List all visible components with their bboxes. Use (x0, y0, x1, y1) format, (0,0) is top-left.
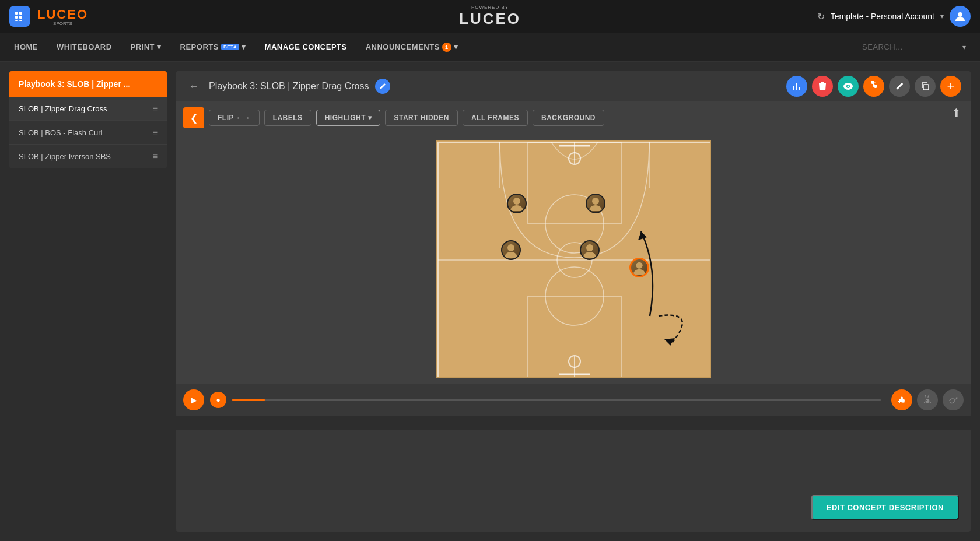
main-content: Playbook 3: SLOB | Zipper ... SLOB | Zip… (0, 62, 980, 541)
center-logo: POWERED BY LUCEO (459, 5, 521, 28)
anim-toolbar: ❮ FLIP ←→ LABELS HIGHLIGHT ▾ START HIDDE… (176, 101, 971, 134)
court-lines (437, 141, 711, 378)
slow-speed-button[interactable] (891, 389, 912, 410)
title-actions: + (786, 76, 961, 97)
svg-rect-4 (15, 20, 18, 21)
right-panel: ← Playbook 3: SLOB | Zipper Drag Cross (176, 71, 971, 532)
svg-point-33 (508, 244, 514, 251)
playbook-title: Playbook 3: SLOB | Zipper Drag Cross (209, 81, 369, 92)
medium-speed-button[interactable] (917, 389, 938, 410)
step-button[interactable]: ● (210, 392, 226, 408)
announcements-arrow: ▾ (454, 43, 459, 51)
nav-whiteboard[interactable]: WHITEBOARD (57, 40, 112, 54)
avatar-button[interactable] (950, 6, 971, 27)
background-button[interactable]: BACKGROUND (533, 110, 604, 126)
concept-list: SLOB | Zipper Drag Cross ≡ SLOB | BOS - … (9, 97, 167, 168)
concept-item-0[interactable]: SLOB | Zipper Drag Cross ≡ (9, 97, 167, 121)
template-label: Template - Personal Account (831, 12, 935, 21)
top-right-area: ↻ Template - Personal Account ▾ (817, 6, 971, 27)
edit-title-button[interactable] (375, 79, 390, 94)
reports-arrow: ▾ (242, 43, 246, 51)
svg-point-6 (958, 12, 963, 17)
concept-menu-icon-1[interactable]: ≡ (153, 128, 158, 137)
svg-line-46 (929, 402, 931, 403)
svg-line-41 (903, 402, 904, 403)
svg-rect-2 (15, 16, 18, 19)
stats-button[interactable] (786, 76, 807, 97)
svg-rect-13 (923, 85, 929, 90)
svg-rect-9 (799, 87, 800, 90)
svg-point-35 (636, 262, 642, 269)
edit-button[interactable] (889, 76, 910, 97)
edit-concept-description-button[interactable]: EDIT CONCEPT DESCRIPTION (811, 495, 959, 520)
svg-rect-5 (19, 20, 22, 21)
search-input[interactable] (858, 40, 963, 54)
fast-speed-button[interactable] (943, 389, 964, 410)
bottom-actions: EDIT CONCEPT DESCRIPTION (176, 416, 971, 430)
nav-print[interactable]: PRINT ▾ (131, 40, 162, 54)
flip-button[interactable]: FLIP ←→ (209, 110, 260, 126)
collapse-button[interactable]: ❮ (183, 107, 204, 128)
delete-button[interactable] (812, 76, 833, 97)
player-1 (507, 194, 527, 213)
labels-button[interactable]: LABELS (264, 110, 312, 126)
nav-bar: HOME WHITEBOARD PRINT ▾ REPORTS BETA ▾ M… (0, 33, 980, 62)
announcements-badge: 1 (442, 43, 452, 52)
title-bar: ← Playbook 3: SLOB | Zipper Drag Cross (176, 71, 971, 101)
nav-manage-concepts[interactable]: MANAGE CONCEPTS (265, 40, 347, 54)
top-bar: LUCEO — SPORTS — POWERED BY LUCEO ↻ Temp… (0, 0, 980, 33)
concept-menu-icon-0[interactable]: ≡ (153, 104, 158, 113)
left-panel: Playbook 3: SLOB | Zipper ... SLOB | Zip… (9, 71, 167, 532)
svg-marker-29 (638, 231, 647, 240)
svg-rect-3 (19, 16, 22, 19)
player-4 (580, 240, 600, 260)
upload-icon[interactable]: ⬆ (951, 106, 961, 120)
court-container (176, 134, 971, 384)
court-section: ⬆ ❮ FLIP ←→ LABELS HIGHLIGHT ▾ START HID… (176, 101, 971, 416)
svg-line-40 (904, 401, 905, 403)
search-area: ▾ (858, 40, 966, 54)
template-dropdown-chevron[interactable]: ▾ (940, 12, 944, 20)
concept-menu-icon-2[interactable]: ≡ (153, 152, 158, 161)
svg-point-12 (848, 86, 849, 87)
progress-bar[interactable] (232, 399, 881, 401)
svg-point-34 (586, 244, 593, 251)
svg-line-39 (900, 402, 900, 403)
nav-home[interactable]: HOME (14, 40, 38, 54)
svg-line-45 (924, 402, 926, 403)
nav-announcements[interactable]: ANNOUNCEMENTS 1 ▾ (366, 40, 459, 54)
player-3 (501, 240, 521, 260)
add-button[interactable]: + (940, 76, 961, 97)
playbook-header: Playbook 3: SLOB | Zipper ... (9, 71, 167, 97)
logo: LUCEO — SPORTS — (37, 7, 88, 26)
highlight-chevron: ▾ (368, 114, 372, 122)
player-5-with-ball (629, 258, 649, 277)
copy-button[interactable] (915, 76, 936, 97)
player-2 (586, 194, 606, 213)
svg-point-47 (956, 397, 958, 399)
back-button[interactable]: ← (186, 78, 202, 94)
anim-controls: ▶ ● (176, 384, 971, 416)
grid-icon[interactable] (9, 6, 30, 27)
share-button[interactable] (863, 76, 884, 97)
svg-rect-7 (793, 86, 794, 90)
highlight-button[interactable]: HIGHLIGHT ▾ (316, 110, 381, 126)
svg-point-43 (926, 399, 930, 403)
nav-reports[interactable]: REPORTS BETA ▾ (180, 40, 246, 54)
svg-point-44 (926, 400, 928, 401)
all-frames-button[interactable]: ALL FRAMES (463, 110, 528, 126)
refresh-icon[interactable]: ↻ (817, 11, 825, 22)
concept-item-1[interactable]: SLOB | BOS - Flash Curl ≡ (9, 121, 167, 145)
start-hidden-button[interactable]: START HIDDEN (385, 110, 457, 126)
view-button[interactable] (838, 76, 859, 97)
svg-line-38 (898, 401, 899, 403)
svg-point-31 (513, 198, 520, 205)
svg-rect-0 (15, 12, 18, 15)
svg-point-32 (592, 198, 599, 205)
play-button[interactable]: ▶ (183, 389, 204, 410)
svg-rect-8 (796, 83, 797, 90)
concept-item-2[interactable]: SLOB | Zipper Iverson SBS ≡ (9, 145, 167, 168)
speed-controls (891, 389, 964, 410)
progress-fill (232, 399, 265, 401)
search-chevron[interactable]: ▾ (963, 43, 966, 51)
